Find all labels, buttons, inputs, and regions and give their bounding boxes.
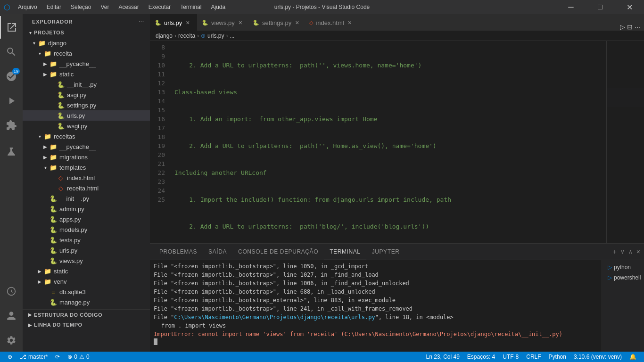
minimize-button[interactable]: ─ [560, 0, 582, 14]
tree-item-migrations[interactable]: ▶ 📁 migrations [23, 152, 150, 162]
tree-item-wsgi[interactable]: 🐍 wsgi.py [23, 121, 150, 131]
tree-item-urls2[interactable]: 🐍 urls.py [23, 245, 150, 255]
editor-content[interactable]: 89101112 1314151617 1819202122 232425 2.… [150, 41, 644, 243]
activity-explorer[interactable] [0, 16, 23, 39]
menu-arquivo[interactable]: Arquivo [14, 3, 41, 11]
tree-item-init1[interactable]: 🐍 __init__.py [23, 79, 150, 90]
tree-label: manage.py [59, 299, 90, 306]
tree-item-models[interactable]: 🐍 models.py [23, 224, 150, 235]
tree-item-receita[interactable]: ▾ 📁 receita [23, 48, 150, 58]
activity-settings[interactable] [0, 329, 23, 352]
sb-branch[interactable]: ⎇ master* [16, 352, 51, 362]
tree-item-asgi[interactable]: 🐍 asgi.py [23, 90, 150, 100]
tree-item-init2[interactable]: 🐍 __init__.py [23, 193, 150, 204]
sidebar-more-icon[interactable]: ··· [139, 19, 144, 25]
breadcrumb-receita[interactable]: receita [178, 33, 195, 39]
activity-search[interactable] [0, 41, 23, 63]
breadcrumb-django[interactable]: django [156, 33, 173, 39]
tree-item-templates[interactable]: ▾ 📁 templates [23, 162, 150, 173]
sidebar-tree: ▾ PROJETOS ▾ 📁 django ▾ 📁 receita ▶ 📁 __… [23, 27, 150, 352]
menu-acessar[interactable]: Acessar [115, 3, 142, 11]
sb-line-ending[interactable]: CRLF [522, 352, 545, 362]
tree-label: PROJETOS [34, 30, 64, 35]
code-editor[interactable]: 2. Add a URL to urlpatterns: path('', vi… [171, 41, 606, 243]
tab-index-html[interactable]: ◇ index.html × [305, 14, 357, 31]
sb-sync[interactable]: ⟳ [51, 352, 64, 362]
tab-close-button[interactable]: × [185, 19, 190, 26]
file-icon: ◇ [57, 185, 65, 192]
tree-item-projetos[interactable]: ▾ PROJETOS [23, 27, 150, 38]
activity-remote[interactable] [0, 280, 23, 303]
tree-item-urls[interactable]: 🐍 urls.py [23, 110, 150, 121]
terminal-content[interactable]: File "<frozen importlib._bootstrap>", li… [150, 260, 602, 352]
activity-source-control[interactable]: 19 [0, 65, 23, 88]
tab-close-button[interactable]: × [294, 19, 300, 26]
tree-item-dbsqlite[interactable]: ≡ db.sqlite3 [23, 287, 150, 297]
close-button[interactable]: ✕ [619, 0, 640, 14]
chevron-down-icon[interactable]: ∨ [620, 248, 625, 255]
sb-version[interactable]: 3.10.6 (venv: venv) [570, 352, 626, 362]
tab-close-button[interactable]: × [347, 19, 353, 26]
tab-settings-py[interactable]: 🐍 settings.py × [248, 14, 305, 31]
activity-testing[interactable] [0, 140, 23, 163]
tree-item-settings[interactable]: 🐍 settings.py [23, 100, 150, 110]
sb-encoding[interactable]: UTF-8 [499, 352, 522, 362]
activity-run[interactable] [0, 90, 23, 112]
tree-item-venv[interactable]: ▶ 📁 venv [23, 276, 150, 287]
sb-cursor[interactable]: Ln 23, Col 49 [422, 352, 463, 362]
tree-item-pycache1[interactable]: ▶ 📁 __pycache__ [23, 58, 150, 69]
menu-selecao[interactable]: Seleção [67, 3, 95, 11]
menu-ajuda[interactable]: Ajuda [207, 3, 230, 11]
panel-tab-console[interactable]: CONSOLE DE DEPURAÇÃO [232, 244, 324, 260]
arrow-icon: ▶ [26, 312, 34, 317]
tab-views-py[interactable]: 🐍 views.py × [197, 14, 248, 31]
tree-item-django[interactable]: ▾ 📁 django [23, 38, 150, 48]
terminal-cursor[interactable] [154, 338, 598, 345]
activity-account[interactable] [0, 304, 23, 327]
sb-notifications[interactable]: 🔔 [626, 352, 640, 362]
split-icon[interactable]: ⊟ [627, 23, 633, 31]
tree-item-manage[interactable]: 🐍 manage.py [23, 297, 150, 307]
sb-language[interactable]: Python [545, 352, 570, 362]
sb-errors[interactable]: ⊗ 0 ⚠ 0 [64, 352, 93, 362]
tree-item-views[interactable]: 🐍 views.py [23, 255, 150, 266]
run-icon[interactable]: ▷ [620, 23, 625, 31]
tree-item-indexhtml[interactable]: ◇ index.html [23, 173, 150, 183]
warning-icon: ⚠ [79, 354, 84, 360]
close-panel-icon[interactable]: × [636, 248, 640, 255]
tab-label: index.html [316, 19, 344, 26]
breadcrumb-urls[interactable]: urls.py [207, 33, 224, 39]
terminal-session-python[interactable]: ▷ python [604, 262, 642, 272]
tab-close-button[interactable]: × [238, 19, 243, 26]
panel-tab-problemas[interactable]: PROBLEMAS [154, 244, 203, 260]
menu-editar[interactable]: Editar [43, 3, 65, 11]
tree-item-apps[interactable]: 🐍 apps.py [23, 214, 150, 224]
tree-item-static2[interactable]: ▶ 📁 static [23, 266, 150, 276]
breadcrumb-ellipsis[interactable]: ... [230, 33, 234, 39]
tree-item-pycache2[interactable]: ▶ 📁 __pycache__ [23, 141, 150, 152]
menu-terminal[interactable]: Terminal [176, 3, 205, 11]
tree-section-estrutura[interactable]: ▶ ESTRUTURA DO CÓDIGO [23, 309, 150, 320]
panel-tab-jupyter[interactable]: JUPYTER [366, 244, 405, 260]
tree-section-linha[interactable]: ▶ LINHA DO TEMPO [23, 320, 150, 330]
menu-executar[interactable]: Executar [145, 3, 174, 11]
tab-urls-py[interactable]: 🐍 urls.py × [150, 14, 197, 31]
add-terminal-icon[interactable]: + [613, 248, 617, 255]
sb-remote[interactable]: ⊕ [4, 352, 16, 362]
tree-item-tests[interactable]: 🐍 tests.py [23, 235, 150, 245]
tree-item-receitas[interactable]: ▾ 📁 receitas [23, 131, 150, 141]
tree-label: settings.py [67, 102, 96, 109]
tree-item-static1[interactable]: ▶ 📁 static [23, 69, 150, 79]
sb-spaces[interactable]: Espaços: 4 [463, 352, 499, 362]
menu-ver[interactable]: Ver [97, 3, 113, 11]
tree-label: __init__.py [59, 195, 89, 202]
tree-item-receitahtml[interactable]: ◇ receita.html [23, 183, 150, 193]
chevron-up-icon[interactable]: ∧ [628, 248, 633, 255]
activity-extensions[interactable] [0, 114, 23, 137]
maximize-button[interactable]: □ [589, 0, 611, 14]
tree-item-admin[interactable]: 🐍 admin.py [23, 204, 150, 214]
more-icon[interactable]: ··· [635, 23, 640, 31]
panel-tab-saida[interactable]: SAÍDA [203, 244, 232, 260]
terminal-session-powershell[interactable]: ▷ powershell [604, 272, 642, 283]
panel-tab-terminal[interactable]: TERMINAL [324, 244, 366, 260]
